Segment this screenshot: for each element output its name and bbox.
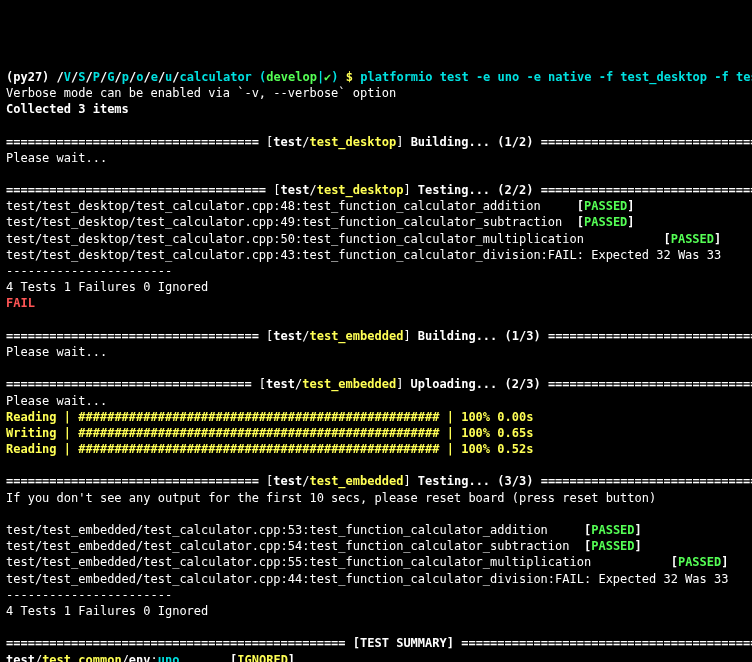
terminal-output: (py27) /V/S/P/G/p/o/e/u/calculator (deve… [6, 69, 746, 662]
